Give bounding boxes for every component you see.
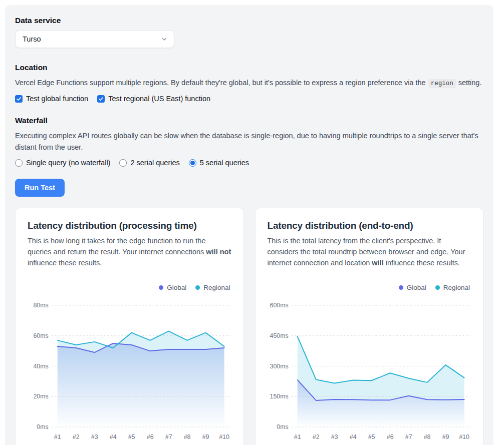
- location-description-text-after: setting.: [458, 79, 482, 87]
- legend-dot-icon: [195, 285, 200, 290]
- card-title: Latency distribution (processing time): [28, 220, 231, 231]
- svg-text:#8: #8: [423, 433, 430, 440]
- svg-text:#6: #6: [147, 433, 154, 440]
- radio-icon[interactable]: [119, 159, 127, 167]
- location-description: Vercel Edge Functions support multiple r…: [15, 77, 483, 89]
- main-panel: Data service Turso Location Vercel Edge …: [5, 5, 493, 445]
- svg-text:#7: #7: [405, 433, 412, 440]
- legend-label: Global: [407, 284, 426, 291]
- data-service-select[interactable]: Turso: [15, 30, 174, 48]
- legend-item-global: Global: [399, 284, 426, 291]
- radio-2-serial-queries[interactable]: 2 serial queries: [119, 159, 179, 167]
- svg-text:#10: #10: [219, 433, 229, 440]
- card-description-bold: will: [372, 259, 383, 267]
- svg-text:60ms: 60ms: [33, 332, 48, 339]
- svg-text:20ms: 20ms: [33, 393, 48, 400]
- radio-icon[interactable]: [15, 159, 23, 167]
- radio-5-serial-queries[interactable]: 5 serial queries: [189, 159, 249, 167]
- checkbox-test-regional-function[interactable]: Test regional (US East) function: [97, 95, 210, 103]
- checkbox-label: Test global function: [26, 95, 88, 103]
- card-description-text-after: influence these results.: [386, 259, 460, 267]
- svg-text:#6: #6: [386, 433, 393, 440]
- card-description-text: This is how long it takes for the edge f…: [28, 237, 205, 256]
- svg-text:#8: #8: [184, 433, 191, 440]
- card-description-text-after: influence these results.: [28, 259, 102, 267]
- radio-selected-icon[interactable]: [189, 159, 196, 167]
- legend-label: Regional: [443, 284, 470, 291]
- svg-text:#9: #9: [442, 433, 449, 440]
- legend-label: Regional: [203, 284, 230, 291]
- svg-text:#1: #1: [54, 433, 61, 440]
- svg-text:0ms: 0ms: [277, 423, 289, 430]
- processing-time-card: Latency distribution (processing time) T…: [15, 208, 244, 445]
- radio-label: 2 serial queries: [130, 159, 179, 167]
- svg-text:0ms: 0ms: [37, 423, 49, 430]
- latency-chart-processing: 0ms20ms40ms60ms80ms#1#2#3#4#5#6#7#8#9#10: [28, 297, 231, 443]
- legend-item-global: Global: [159, 284, 186, 291]
- legend-item-regional: Regional: [435, 284, 470, 291]
- radio-label: 5 serial queries: [200, 159, 249, 167]
- svg-text:#4: #4: [349, 433, 356, 440]
- svg-text:#5: #5: [368, 433, 375, 440]
- location-description-text: Vercel Edge Functions support multiple r…: [15, 79, 426, 87]
- svg-text:#7: #7: [165, 433, 172, 440]
- svg-text:#4: #4: [110, 433, 117, 440]
- svg-text:150ms: 150ms: [270, 393, 288, 400]
- card-description: This is the total latency from the clien…: [268, 236, 471, 268]
- svg-text:#2: #2: [312, 433, 319, 440]
- svg-text:#5: #5: [128, 433, 135, 440]
- radio-single-query[interactable]: Single query (no waterfall): [15, 159, 110, 167]
- card-title: Latency distribution (end-to-end): [268, 220, 471, 231]
- chart-legend: GlobalRegional: [28, 284, 230, 291]
- svg-text:40ms: 40ms: [33, 362, 48, 369]
- waterfall-radio-row: Single query (no waterfall) 2 serial que…: [15, 159, 483, 167]
- checkbox-checked-icon[interactable]: [15, 95, 23, 103]
- region-code-chip: region: [428, 79, 456, 88]
- svg-text:#3: #3: [91, 433, 98, 440]
- svg-text:80ms: 80ms: [33, 302, 48, 309]
- svg-text:#9: #9: [202, 433, 209, 440]
- location-checkbox-row: Test global function Test regional (US E…: [15, 95, 483, 103]
- data-service-selected-value: Turso: [23, 35, 41, 43]
- card-description: This is how long it takes for the edge f…: [28, 236, 231, 268]
- data-service-heading: Data service: [15, 16, 483, 25]
- charts-row: Latency distribution (processing time) T…: [15, 208, 483, 445]
- card-description-bold: will not: [206, 248, 231, 256]
- svg-text:#2: #2: [73, 433, 80, 440]
- svg-text:#1: #1: [294, 433, 301, 440]
- waterfall-description: Executing complex API routes globally ca…: [15, 130, 483, 153]
- radio-label: Single query (no waterfall): [26, 159, 110, 167]
- svg-text:450ms: 450ms: [270, 332, 288, 339]
- checkbox-test-global-function[interactable]: Test global function: [15, 95, 88, 103]
- legend-dot-icon: [159, 285, 163, 290]
- waterfall-heading: Waterfall: [15, 116, 483, 125]
- svg-text:#3: #3: [331, 433, 338, 440]
- legend-item-regional: Regional: [195, 284, 230, 291]
- end-to-end-card: Latency distribution (end-to-end) This i…: [255, 208, 484, 445]
- checkbox-label: Test regional (US East) function: [108, 95, 210, 103]
- run-test-button[interactable]: Run Test: [15, 179, 65, 197]
- latency-chart-e2e: 0ms150ms300ms450ms600ms#1#2#3#4#5#6#7#8#…: [268, 297, 471, 443]
- legend-dot-icon: [399, 285, 403, 290]
- location-heading: Location: [15, 63, 483, 72]
- svg-text:#10: #10: [459, 433, 469, 440]
- svg-text:600ms: 600ms: [270, 302, 288, 309]
- chart-legend: GlobalRegional: [268, 284, 470, 291]
- legend-dot-icon: [435, 285, 440, 290]
- svg-text:300ms: 300ms: [270, 362, 288, 369]
- legend-label: Global: [167, 284, 186, 291]
- checkbox-checked-icon[interactable]: [97, 95, 105, 103]
- chevron-down-icon: [161, 36, 168, 43]
